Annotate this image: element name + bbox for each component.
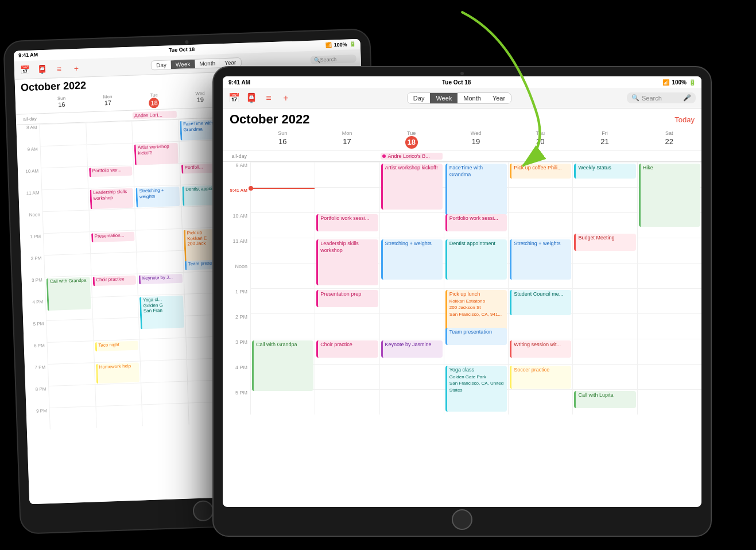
front-ev-portfolio-mon[interactable]: Portfolio work sessi...	[316, 214, 378, 231]
front-week-btn[interactable]: Week	[430, 93, 458, 103]
add-icon[interactable]: +	[71, 62, 83, 74]
front-time-spacer	[223, 129, 250, 150]
back-cell-8am-tue	[131, 119, 179, 143]
front-search-bar[interactable]: 🔍 Search 🎤	[627, 92, 696, 103]
front-today-button[interactable]: Today	[674, 115, 695, 124]
back-search-bar[interactable]: 🔍 Search	[310, 54, 356, 64]
back-label-noon: Noon	[20, 211, 43, 234]
back-ev-choir: Choir practice	[92, 276, 136, 286]
front-ev-portfolio-wed[interactable]: Portfolio work sessi...	[445, 214, 507, 231]
front-battery: 100%	[672, 79, 687, 86]
back-status-right: 📶 100% 🔋	[325, 41, 356, 49]
back-cell-2pm-mon	[90, 252, 137, 276]
back-cell-10am-sun	[41, 166, 88, 189]
front-cell-5pm-fri: Call with Lupita	[572, 389, 637, 415]
back-label-7pm: 7 PM	[25, 364, 48, 386]
front-ev-call-grandpa[interactable]: Call with Grandpa	[252, 340, 313, 391]
front-ev-facetime[interactable]: FaceTime with Grandma	[445, 164, 507, 215]
inbox-icon[interactable]: 📮	[36, 63, 48, 75]
front-home-button[interactable]	[452, 509, 472, 530]
front-ev-choir[interactable]: Choir practice	[316, 340, 378, 358]
front-ev-hike[interactable]: Hike	[639, 164, 700, 227]
front-day-mon: Mon 17	[315, 129, 379, 150]
front-cell-11am-tue: Stretching + weights	[379, 238, 444, 263]
front-cell-2pm-sun	[250, 313, 315, 339]
back-cell-8pm-mon	[95, 382, 142, 406]
back-label-9am: 9 AM	[17, 146, 41, 168]
front-ev-yoga[interactable]: Yoga classGolden Gate ParkSan Francisco,…	[445, 366, 507, 412]
front-day-sat: Sat 22	[637, 129, 701, 150]
front-ev-budget[interactable]: Budget Meeting	[574, 234, 635, 251]
front-cell-4pm-wed: Yoga classGolden Gate ParkSan Francisco,…	[444, 364, 508, 389]
back-cell-9pm-sun	[49, 406, 96, 429]
back-allday-event: Andre Lori...	[133, 110, 177, 119]
front-ev-dentist[interactable]: Dentist appointment	[445, 239, 507, 280]
front-ev-weekly-status[interactable]: Weekly Status	[574, 164, 635, 179]
back-ev-stretching-tue: Stretching + weights	[135, 187, 180, 208]
front-ev-presentation-prep[interactable]: Presentation prep	[316, 290, 378, 307]
back-home-button[interactable]	[192, 500, 214, 521]
front-list-icon[interactable]: ≡	[263, 92, 274, 104]
front-cell-1pm-tue	[379, 288, 444, 313]
front-cell-11am-mon: Leadership skills workshop	[315, 238, 379, 263]
back-cell-2pm-sun	[44, 253, 91, 277]
front-cell-9am-thu: Pick up coffee Phili...	[508, 162, 572, 187]
front-ev-student-council[interactable]: Student Council me...	[510, 290, 571, 315]
front-cell-1pm-sat	[637, 288, 701, 313]
front-search-label: Search	[642, 95, 662, 102]
front-ev-writing[interactable]: Writing session wit...	[510, 340, 571, 358]
back-date: Tue Oct 18	[169, 47, 195, 55]
front-inbox-icon[interactable]: 📮	[246, 92, 257, 104]
front-day-wed: Wed 19	[444, 129, 508, 150]
front-cell-9am-wed: FaceTime with Grandma	[444, 162, 508, 187]
back-cell-3pm-tue: Keynote by J...	[137, 272, 184, 296]
front-cell-2pm-tue	[379, 313, 444, 339]
front-time-grid: 9 AM Artist workshop kickoff! FaceTime w…	[223, 162, 701, 415]
front-cell-noon-sun	[250, 263, 315, 288]
front-month-btn[interactable]: Month	[458, 93, 487, 103]
back-cell-6pm-sun	[47, 340, 94, 364]
back-month-title: October 2022	[21, 79, 87, 94]
front-ev-call-lupita[interactable]: Call with Lupita	[574, 391, 635, 408]
back-week-btn[interactable]: Week	[171, 60, 195, 69]
front-ev-keynote[interactable]: Keynote by Jasmine	[381, 340, 443, 358]
front-ev-pickup-coffee[interactable]: Pick up coffee Phili...	[510, 164, 571, 179]
back-all-day-label: all-day	[16, 116, 39, 122]
front-day-sun: Sun 16	[250, 129, 315, 150]
front-ev-leadership[interactable]: Leadership skills workshop	[316, 239, 378, 285]
front-ev-soccer[interactable]: Soccer practice	[510, 366, 571, 389]
front-status-bar: 9:41 AM Tue Oct 18 📶 100% 🔋	[223, 76, 701, 88]
front-year-btn[interactable]: Year	[487, 93, 511, 103]
back-day-btn[interactable]: Day	[152, 60, 171, 69]
back-day-sun: Sun 16	[38, 94, 86, 114]
front-ev-team-presentation[interactable]: Team presentation	[445, 328, 507, 345]
front-ev-stretching-thu[interactable]: Stretching + weights	[510, 239, 571, 280]
back-cell-1pm-sun	[43, 231, 90, 255]
back-month-btn[interactable]: Month	[195, 59, 220, 68]
front-cell-11am-sun	[250, 238, 315, 263]
front-toolbar: 📅 📮 ≡ + Day Week Month Year 🔍 Search 🎤	[223, 88, 701, 109]
front-cell-9am-fri: Weekly Status	[572, 162, 637, 187]
list-icon[interactable]: ≡	[53, 63, 65, 75]
front-calendar-icon[interactable]: 📅	[228, 92, 240, 104]
back-cell-8pm-sun	[48, 384, 95, 408]
front-cell-10am-sun	[250, 212, 315, 238]
front-all-day-row: all-day Andre Lorico's B...	[223, 150, 701, 162]
front-cell-3pm-mon: Choir practice	[315, 339, 379, 364]
front-ev-artist[interactable]: Artist workshop kickoff!	[381, 164, 443, 210]
front-label-10am: 10 AM	[223, 212, 250, 238]
front-ev-stretching-tue[interactable]: Stretching + weights	[381, 239, 443, 280]
front-allday-event: Andre Lorico's B...	[381, 153, 443, 160]
calendar-icon[interactable]: 📅	[19, 64, 31, 76]
back-label-2pm: 2 PM	[21, 255, 44, 277]
front-cell-1pm-wed: Pick up lunchKokkari Estiatorio200 Jacks…	[444, 288, 508, 313]
back-day-tue: Tue 18	[131, 91, 178, 110]
front-cell-10am-tue	[379, 212, 444, 238]
battery-icon: 🔋	[350, 41, 356, 47]
front-cell-4pm-tue	[379, 364, 444, 389]
back-ev-artist: Artist workshop kickoff!	[134, 143, 179, 165]
front-day-btn[interactable]: Day	[408, 93, 431, 103]
front-add-icon[interactable]: +	[280, 92, 292, 104]
front-label-noon: Noon	[223, 263, 250, 288]
back-allday-tue: Andre Lori...	[131, 110, 178, 119]
